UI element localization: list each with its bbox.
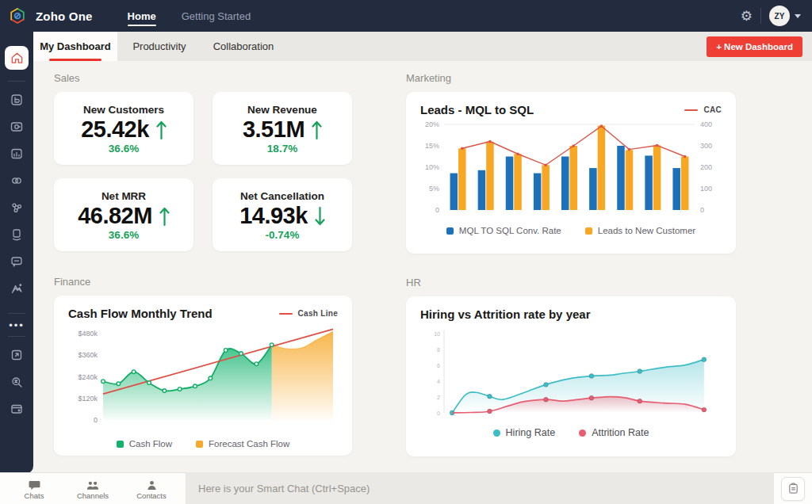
sidebar-item-search[interactable] [3, 368, 30, 395]
sidebar-item-apps[interactable] [3, 342, 30, 368]
chevron-down-icon [795, 14, 801, 18]
legend-cac[interactable]: CAC [684, 105, 722, 114]
section-label-hr: HR [406, 277, 736, 288]
settings-gear-icon[interactable]: ⚙ [741, 10, 753, 23]
nav-getting-started[interactable]: Getting Started [182, 0, 251, 32]
smart-chat-input-wrap [186, 472, 774, 504]
user-menu[interactable]: ZY [769, 6, 801, 26]
svg-text:$480k: $480k [78, 330, 98, 338]
trend-down-icon [315, 206, 325, 227]
svg-text:$360k: $360k [78, 351, 98, 359]
marketing-chart-card[interactable]: Leads - MQL to SQL CAC 05%10%15%20%01002… [406, 92, 736, 254]
channels-icon [86, 480, 99, 491]
trend-up-icon [159, 206, 170, 227]
sidebar-item-sign[interactable] [3, 221, 30, 248]
legend-cash-line[interactable]: Cash Line [279, 309, 339, 318]
new-dashboard-button[interactable]: + New Dashboard [707, 36, 802, 57]
svg-text:15%: 15% [425, 142, 439, 150]
sidebar-more-icon[interactable]: ••• [9, 323, 25, 328]
svg-text:4: 4 [437, 379, 440, 384]
svg-text:0: 0 [437, 410, 440, 416]
kpi-title: New Revenue [247, 104, 317, 116]
svg-text:6: 6 [437, 363, 440, 368]
kpi-card-net-cancellation[interactable]: Net Cancellation 14.93k -0.74% [213, 178, 352, 251]
kpi-value: 46.82M [78, 203, 152, 229]
cash-line-swatch [279, 313, 293, 315]
left-column: Sales New Customers 25.42k 36.6% New Rev… [54, 72, 352, 456]
svg-text:400: 400 [700, 120, 712, 128]
sidebar-item-wallet[interactable] [3, 395, 30, 422]
clipboard-icon [787, 483, 799, 494]
nav-home[interactable]: Home [128, 0, 156, 32]
chat-tabs: Chats Channels Contacts [0, 472, 186, 504]
sidebar-item-connect[interactable] [3, 167, 30, 194]
kpi-delta: -0.74% [266, 229, 300, 241]
marketing-legend: MQL TO SQL Conv. Rate Leads to New Custo… [420, 226, 722, 235]
smart-chat-input[interactable] [198, 483, 716, 494]
topbar-right: ⚙ ZY [741, 6, 812, 26]
legend-attrition-rate[interactable]: Attrition Rate [579, 427, 649, 438]
avatar[interactable]: ZY [769, 6, 790, 26]
finance-chart-card[interactable]: Cash Flow Monthly Trend Cash Line 0$120k… [54, 296, 352, 456]
svg-text:200: 200 [700, 163, 712, 171]
mail-icon [10, 120, 24, 134]
sidebar-item-media[interactable] [3, 275, 30, 302]
smart-chat-bar: Chats Channels Contacts [0, 472, 812, 504]
bar-chart-icon [10, 147, 24, 161]
kpi-card-net-mrr[interactable]: Net MRR 46.82M 36.6% [54, 178, 193, 251]
legend-forecast-cash-flow[interactable]: Forecast Cash Flow [196, 439, 289, 449]
svg-text:$240k: $240k [78, 373, 98, 381]
mountain-icon [10, 281, 24, 296]
right-column: Marketing Leads - MQL to SQL CAC 05%10%1… [406, 72, 736, 456]
sidebar-divider [8, 336, 25, 337]
search-icon [10, 375, 24, 389]
kpi-delta: 18.7% [267, 143, 297, 155]
topbar-divider [760, 8, 761, 24]
sidebar-item-reports[interactable] [3, 140, 30, 167]
wallet-icon [10, 402, 24, 416]
hr-chart-card[interactable]: Hiring vs Attrition rate by year 0246810… [406, 296, 736, 456]
svg-text:5%: 5% [429, 185, 439, 193]
sidebar: ••• [0, 32, 33, 474]
top-bar: Zoho One Home Getting Started ⚙ ZY [0, 0, 812, 32]
sidebar-item-chat[interactable] [3, 248, 30, 275]
svg-text:100: 100 [700, 185, 712, 193]
books-icon [10, 93, 24, 107]
marketing-chart-canvas[interactable]: 05%10%15%20%0100200300400 [420, 116, 722, 223]
chats-icon [29, 480, 40, 491]
kpi-title: Net MRR [102, 190, 146, 202]
tab-collaboration[interactable]: Collaboration [201, 32, 285, 61]
kpi-card-new-customers[interactable]: New Customers 25.42k 36.6% [54, 92, 193, 165]
bar-line-chart: 05%10%15%20%0100200300400 [420, 116, 722, 220]
hr-chart-canvas[interactable]: 0246810 [420, 327, 722, 424]
tab-productivity[interactable]: Productivity [117, 32, 201, 61]
legend-mql-to-sql[interactable]: MQL TO SQL Conv. Rate [446, 226, 561, 235]
kpi-value: 25.42k [81, 116, 149, 143]
trend-up-icon [156, 120, 167, 140]
dashboard-tabbar: My Dashboard Productivity Collaboration … [33, 32, 812, 61]
tab-my-dashboard[interactable]: My Dashboard [33, 32, 117, 61]
clipboard-button[interactable] [781, 477, 805, 501]
chat-tab-contacts[interactable]: Contacts [125, 478, 178, 500]
line-chart: 0246810 [420, 327, 722, 421]
kpi-card-new-revenue[interactable]: New Revenue 3.51M 18.7% [213, 92, 352, 165]
trend-up-icon [312, 120, 322, 140]
legend-hiring-rate[interactable]: Hiring Rate [493, 427, 556, 438]
sidebar-item-home[interactable] [5, 46, 29, 70]
sidebar-item-share[interactable] [3, 194, 30, 221]
finance-chart-canvas[interactable]: 0$120k$240k$360k$480k [68, 320, 338, 436]
chat-tab-chats[interactable]: Chats [8, 478, 60, 500]
chat-tab-channels[interactable]: Channels [67, 478, 119, 500]
zoho-logo-icon[interactable] [7, 6, 28, 26]
sidebar-item-books[interactable] [3, 86, 30, 113]
hr-legend: Hiring Rate Attrition Rate [420, 427, 722, 438]
kpi-title: Net Cancellation [240, 190, 324, 202]
contacts-icon [147, 480, 157, 491]
section-label-sales: Sales [54, 72, 352, 84]
sidebar-item-mail[interactable] [3, 113, 30, 140]
legend-cash-flow[interactable]: Cash Flow [117, 439, 172, 449]
svg-text:2: 2 [437, 395, 440, 400]
kpi-delta: 36.6% [109, 143, 139, 155]
rings-icon [10, 174, 24, 188]
legend-leads-to-new-customer[interactable]: Leads to New Customer [585, 226, 695, 235]
